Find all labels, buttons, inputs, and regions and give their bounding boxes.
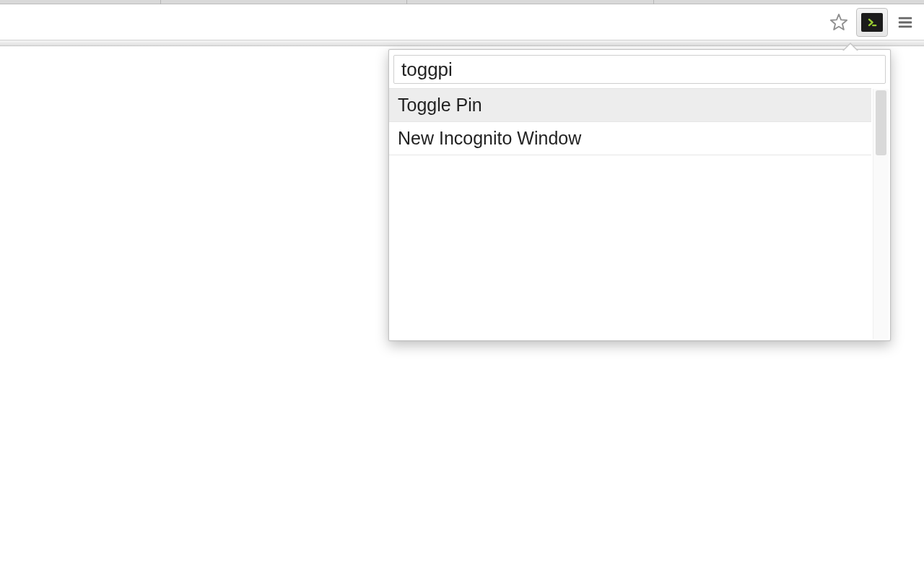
svg-rect-0 xyxy=(899,17,912,19)
popup-arrow xyxy=(842,43,858,51)
tab-strip xyxy=(0,0,924,4)
command-results-list: Toggle Pin New Incognito Window xyxy=(389,88,871,155)
browser-menu-button[interactable] xyxy=(891,8,920,37)
scrollbar-thumb[interactable] xyxy=(876,90,886,155)
hamburger-icon xyxy=(896,14,915,30)
bookmark-star-button[interactable] xyxy=(824,8,853,37)
toolbar-divider xyxy=(0,40,924,46)
svg-rect-1 xyxy=(899,21,912,23)
terminal-icon xyxy=(861,13,883,32)
star-icon xyxy=(829,12,849,33)
page-content: Toggle Pin New Incognito Window xyxy=(0,46,924,578)
results-scrollbar[interactable] xyxy=(873,89,889,339)
command-result-item[interactable]: New Incognito Window xyxy=(389,122,871,155)
command-input-wrap xyxy=(389,50,890,88)
command-palette-extension-button[interactable] xyxy=(856,8,888,37)
command-palette-popup: Toggle Pin New Incognito Window xyxy=(388,49,891,341)
command-input[interactable] xyxy=(393,55,886,84)
browser-toolbar xyxy=(0,4,924,40)
command-result-item[interactable]: Toggle Pin xyxy=(389,89,871,122)
svg-rect-2 xyxy=(899,25,912,27)
